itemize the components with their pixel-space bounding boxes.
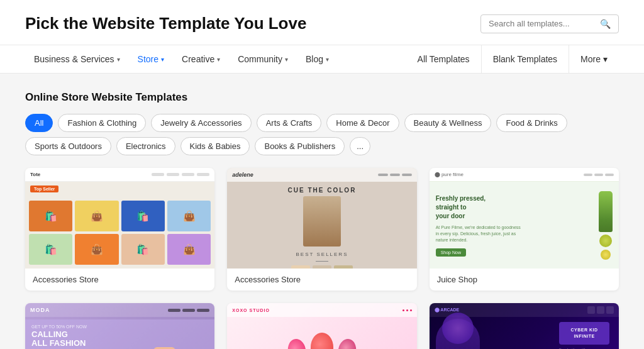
top-header: Pick the Website Template You Love 🔍: [0, 0, 644, 45]
filter-home-decor[interactable]: Home & Decor: [326, 114, 399, 132]
template-card-accessories-1[interactable]: Tote Top Seller 🛍️ 👜 �: [25, 168, 214, 291]
nav-item-blank-templates[interactable]: Blank Templates: [481, 45, 569, 73]
template-thumb-juice: ⬤ pure filme Freshly pressed,straight to…: [430, 168, 619, 269]
template-card-valentine[interactable]: XOXO Studio: [227, 303, 416, 349]
template-grid: Tote Top Seller 🛍️ 👜 �: [25, 168, 619, 349]
template-card-fashion[interactable]: MODA GET UP TO 50% OFF NOW CALLINGALL FA…: [25, 303, 214, 349]
filter-jewelry[interactable]: Jewelry & Accessories: [151, 114, 251, 132]
nav-left: Business & Services ▾ Store ▾ Creative ▾…: [25, 45, 338, 73]
nav-item-blog[interactable]: Blog ▾: [297, 45, 338, 73]
filter-fashion-clothing[interactable]: Fashion & Clothing: [58, 114, 146, 132]
chevron-down-icon: ▾: [117, 56, 120, 63]
filter-more[interactable]: ...: [350, 137, 370, 155]
chevron-down-icon: ▾: [326, 56, 329, 63]
filter-food-drinks[interactable]: Food & Drinks: [496, 114, 567, 132]
nav-label-store: Store: [138, 54, 158, 64]
template-thumb-valentine: XOXO Studio: [227, 303, 416, 349]
nav-label-business: Business & Services: [34, 54, 114, 64]
filter-all[interactable]: All: [25, 114, 53, 132]
filter-pills: All Fashion & Clothing Jewelry & Accesso…: [25, 114, 619, 155]
filter-sports[interactable]: Sports & Outdoors: [25, 137, 111, 155]
filter-kids[interactable]: Kids & Babies: [180, 137, 250, 155]
template-label-accessories-1: Accessories Store: [25, 269, 214, 291]
template-card-accessories-2[interactable]: adelene CUE THE COLOR BEST SELLERS: [227, 168, 416, 291]
chevron-down-icon: ▾: [603, 54, 608, 64]
nav-item-creative[interactable]: Creative ▾: [173, 45, 229, 73]
nav-right: All Templates Blank Templates More ▾: [406, 45, 619, 73]
nav-label-blog: Blog: [306, 54, 323, 64]
nav-item-business[interactable]: Business & Services ▾: [25, 45, 129, 73]
filter-arts-crafts[interactable]: Arts & Crafts: [257, 114, 322, 132]
search-input[interactable]: [489, 19, 596, 28]
chevron-down-icon: ▾: [217, 56, 220, 63]
template-label-accessories-2: Accessories Store: [227, 269, 416, 291]
template-card-juice[interactable]: ⬤ pure filme Freshly pressed,straight to…: [430, 168, 619, 291]
nav-item-store[interactable]: Store ▾: [129, 45, 173, 73]
template-thumb-fashion: MODA GET UP TO 50% OFF NOW CALLINGALL FA…: [25, 303, 214, 349]
filter-beauty[interactable]: Beauty & Wellness: [404, 114, 492, 132]
filter-electronics[interactable]: Electronics: [116, 137, 175, 155]
template-thumb-accessories-1: Tote Top Seller 🛍️ 👜 �: [25, 168, 214, 269]
nav-bar: Business & Services ▾ Store ▾ Creative ▾…: [0, 45, 644, 74]
filter-books[interactable]: Books & Publishers: [255, 137, 345, 155]
section-title: Online Store Website Templates: [25, 91, 619, 104]
nav-label-community: Community: [238, 54, 282, 64]
template-card-cyber[interactable]: ⬤ ARCADE CYBER KIDINFINITE: [430, 303, 619, 349]
search-icon[interactable]: 🔍: [600, 19, 611, 29]
nav-item-community[interactable]: Community ▾: [229, 45, 297, 73]
search-bar[interactable]: 🔍: [480, 14, 619, 33]
template-label-juice: Juice Shop: [430, 269, 619, 291]
nav-item-more[interactable]: More ▾: [569, 45, 619, 73]
template-thumb-accessories-2: adelene CUE THE COLOR BEST SELLERS: [227, 168, 416, 269]
nav-label-creative: Creative: [182, 54, 214, 64]
chevron-down-icon: ▾: [285, 56, 288, 63]
template-thumb-cyber: ⬤ ARCADE CYBER KIDINFINITE: [430, 303, 619, 349]
main-content: Online Store Website Templates All Fashi…: [0, 74, 644, 349]
nav-item-all-templates[interactable]: All Templates: [406, 45, 481, 73]
page-title: Pick the Website Template You Love: [25, 14, 306, 33]
chevron-down-icon: ▾: [161, 56, 164, 63]
